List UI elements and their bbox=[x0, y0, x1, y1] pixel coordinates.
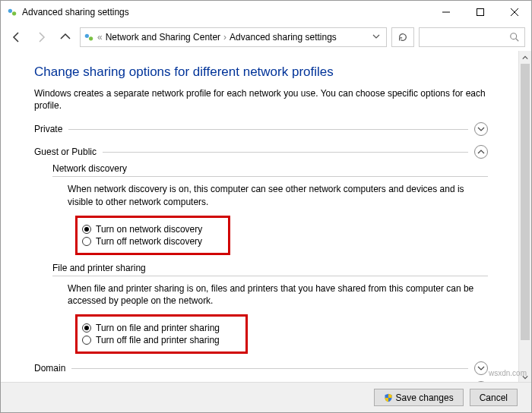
content-area: Change sharing options for different net… bbox=[1, 51, 518, 383]
scrollbar[interactable] bbox=[518, 51, 531, 383]
subsection-label: Network discovery bbox=[52, 163, 127, 174]
svg-rect-3 bbox=[477, 9, 483, 16]
radio-icon bbox=[82, 323, 91, 333]
radio-label: Turn off file and printer sharing bbox=[96, 335, 220, 345]
subsection-file-printer: File and printer sharing bbox=[52, 263, 488, 276]
maximize-button[interactable] bbox=[463, 1, 497, 24]
radio-file-printer-off[interactable]: Turn off file and printer sharing bbox=[82, 335, 220, 345]
divider bbox=[52, 176, 488, 177]
network-discovery-explain: When network discovery is on, this compu… bbox=[68, 183, 488, 207]
section-guest[interactable]: Guest or Public bbox=[34, 145, 488, 159]
page-description: Windows creates a separate network profi… bbox=[34, 87, 488, 112]
back-button[interactable] bbox=[7, 27, 27, 47]
radio-icon bbox=[82, 237, 91, 246]
radio-label: Turn on file and printer sharing bbox=[96, 323, 220, 333]
scroll-track[interactable] bbox=[519, 64, 531, 370]
page-title: Change sharing options for different net… bbox=[34, 65, 488, 80]
svg-line-9 bbox=[516, 39, 519, 42]
svg-point-1 bbox=[12, 11, 16, 15]
radio-label: Turn on network discovery bbox=[96, 224, 202, 235]
breadcrumb[interactable]: « Network and Sharing Center › Advanced … bbox=[80, 27, 387, 47]
svg-point-8 bbox=[511, 33, 517, 39]
watermark: wsxdn.com bbox=[489, 369, 527, 377]
radio-icon bbox=[82, 336, 91, 345]
svg-point-6 bbox=[85, 34, 89, 38]
search-input[interactable] bbox=[419, 27, 525, 47]
svg-point-0 bbox=[8, 9, 12, 13]
cancel-button[interactable]: Cancel bbox=[470, 389, 518, 406]
scroll-thumb[interactable] bbox=[521, 64, 530, 340]
chevron-up-icon[interactable] bbox=[474, 145, 488, 159]
file-printer-explain: When file and printer sharing is on, fil… bbox=[68, 282, 488, 307]
radio-icon bbox=[82, 225, 91, 234]
divider bbox=[103, 152, 468, 153]
section-domain[interactable]: Domain bbox=[34, 361, 488, 375]
section-label-private: Private bbox=[34, 124, 62, 134]
section-label-guest: Guest or Public bbox=[34, 147, 97, 157]
chevron-left-icon: « bbox=[97, 32, 103, 43]
minimize-button[interactable] bbox=[429, 1, 463, 24]
refresh-button[interactable] bbox=[391, 27, 414, 47]
titlebar: Advanced sharing settings bbox=[1, 1, 531, 24]
network-discovery-radio-group: Turn on network discovery Turn off netwo… bbox=[75, 216, 230, 255]
divider bbox=[71, 368, 468, 369]
section-private[interactable]: Private bbox=[34, 122, 488, 136]
network-icon bbox=[84, 32, 94, 43]
svg-point-7 bbox=[89, 36, 93, 40]
navbar: « Network and Sharing Center › Advanced … bbox=[1, 24, 531, 51]
subsection-network-discovery: Network discovery bbox=[52, 163, 488, 177]
footer: Save changes Cancel bbox=[1, 382, 531, 412]
window-title: Advanced sharing settings bbox=[22, 7, 129, 17]
button-label: Save changes bbox=[396, 393, 454, 403]
file-printer-radio-group: Turn on file and printer sharing Turn of… bbox=[75, 314, 248, 354]
divider bbox=[52, 276, 488, 276]
chevron-down-icon[interactable] bbox=[474, 122, 488, 136]
up-button[interactable] bbox=[55, 27, 75, 47]
chevron-down-icon[interactable] bbox=[474, 361, 488, 375]
subsection-label: File and printer sharing bbox=[52, 263, 146, 273]
window-controls bbox=[429, 1, 531, 24]
shield-icon bbox=[384, 393, 393, 402]
section-label-domain: Domain bbox=[34, 363, 65, 374]
chevron-right-icon: › bbox=[223, 32, 226, 43]
close-button[interactable] bbox=[497, 1, 531, 24]
breadcrumb-level-1[interactable]: Network and Sharing Center bbox=[106, 32, 220, 43]
save-changes-button[interactable]: Save changes bbox=[374, 389, 464, 406]
button-label: Cancel bbox=[480, 393, 508, 403]
divider bbox=[68, 129, 468, 130]
scroll-up-button[interactable] bbox=[519, 51, 531, 64]
radio-network-discovery-on[interactable]: Turn on network discovery bbox=[82, 224, 202, 235]
radio-file-printer-on[interactable]: Turn on file and printer sharing bbox=[82, 323, 220, 333]
search-icon bbox=[509, 32, 520, 43]
network-icon bbox=[7, 7, 17, 17]
breadcrumb-dropdown-icon[interactable] bbox=[372, 32, 383, 43]
radio-network-discovery-off[interactable]: Turn off network discovery bbox=[82, 236, 202, 247]
breadcrumb-level-2[interactable]: Advanced sharing settings bbox=[230, 32, 337, 43]
forward-button[interactable] bbox=[31, 27, 51, 47]
radio-label: Turn off network discovery bbox=[96, 236, 202, 247]
